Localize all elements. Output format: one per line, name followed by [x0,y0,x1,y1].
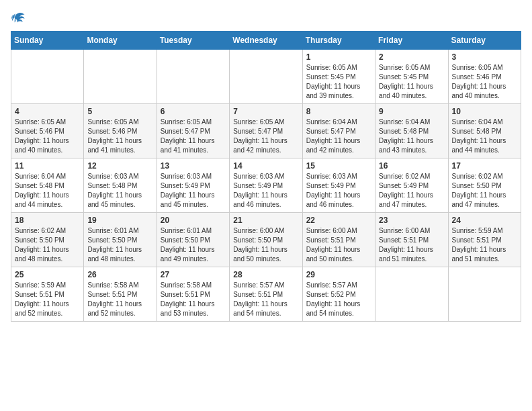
table-cell: 12 Sunrise: 6:03 AM Sunset: 5:48 PM Dayl… [84,158,157,213]
day-info: Sunrise: 5:59 AM Sunset: 5:51 PM Dayligh… [452,226,517,264]
day-number: 24 [452,216,517,225]
day-info: Sunrise: 6:03 AM Sunset: 5:48 PM Dayligh… [87,172,152,210]
week-row-5: 25 Sunrise: 5:59 AM Sunset: 5:51 PM Dayl… [11,267,521,322]
day-number: 27 [161,270,226,279]
day-number: 7 [233,107,298,116]
table-cell: 3 Sunrise: 6:05 AM Sunset: 5:46 PM Dayli… [448,50,521,104]
day-number: 10 [452,107,517,116]
day-number: 3 [452,52,517,62]
day-number: 11 [15,161,80,171]
table-cell: 23 Sunrise: 6:00 AM Sunset: 5:51 PM Dayl… [375,213,448,267]
table-cell: 29 Sunrise: 5:57 AM Sunset: 5:52 PM Dayl… [302,267,375,322]
day-info: Sunrise: 6:05 AM Sunset: 5:45 PM Dayligh… [379,63,444,101]
day-info: Sunrise: 6:01 AM Sunset: 5:50 PM Dayligh… [161,226,226,264]
logo-bird-icon [11,11,26,26]
table-cell: 13 Sunrise: 6:03 AM Sunset: 5:49 PM Dayl… [157,158,229,213]
day-info: Sunrise: 5:58 AM Sunset: 5:51 PM Dayligh… [87,281,152,318]
table-cell [375,267,448,322]
table-cell [448,267,521,322]
table-cell [11,50,84,104]
day-number: 16 [379,161,444,171]
table-cell: 10 Sunrise: 6:04 AM Sunset: 5:48 PM Dayl… [448,104,521,158]
week-row-2: 4 Sunrise: 6:05 AM Sunset: 5:46 PM Dayli… [11,104,521,158]
header [11,11,521,26]
day-number: 6 [161,107,226,116]
day-number: 22 [306,216,371,225]
table-cell: 20 Sunrise: 6:01 AM Sunset: 5:50 PM Dayl… [157,213,229,267]
day-info: Sunrise: 6:01 AM Sunset: 5:50 PM Dayligh… [87,226,152,264]
week-row-3: 11 Sunrise: 6:04 AM Sunset: 5:48 PM Dayl… [11,158,521,213]
weekday-header-tuesday: Tuesday [157,32,229,50]
day-number: 17 [452,161,517,171]
day-info: Sunrise: 6:02 AM Sunset: 5:50 PM Dayligh… [452,172,517,210]
weekday-header-saturday: Saturday [448,32,521,50]
day-info: Sunrise: 5:57 AM Sunset: 5:52 PM Dayligh… [306,281,371,318]
week-row-4: 18 Sunrise: 6:02 AM Sunset: 5:50 PM Dayl… [11,213,521,267]
table-cell: 27 Sunrise: 5:58 AM Sunset: 5:51 PM Dayl… [157,267,229,322]
table-cell: 22 Sunrise: 6:00 AM Sunset: 5:51 PM Dayl… [302,213,375,267]
day-number: 21 [233,216,298,225]
table-cell: 14 Sunrise: 6:03 AM Sunset: 5:49 PM Dayl… [230,158,302,213]
day-number: 1 [306,52,371,62]
table-cell: 1 Sunrise: 6:05 AM Sunset: 5:45 PM Dayli… [302,50,375,104]
table-cell: 19 Sunrise: 6:01 AM Sunset: 5:50 PM Dayl… [84,213,157,267]
weekday-header-friday: Friday [375,32,448,50]
table-cell: 25 Sunrise: 5:59 AM Sunset: 5:51 PM Dayl… [11,267,84,322]
day-info: Sunrise: 6:04 AM Sunset: 5:48 PM Dayligh… [15,172,80,210]
weekday-header-wednesday: Wednesday [230,32,302,50]
table-cell: 26 Sunrise: 5:58 AM Sunset: 5:51 PM Dayl… [84,267,157,322]
table-cell: 2 Sunrise: 6:05 AM Sunset: 5:45 PM Dayli… [375,50,448,104]
weekday-header-monday: Monday [84,32,157,50]
day-info: Sunrise: 6:00 AM Sunset: 5:50 PM Dayligh… [233,226,298,264]
day-info: Sunrise: 6:05 AM Sunset: 5:46 PM Dayligh… [87,118,152,155]
day-info: Sunrise: 6:02 AM Sunset: 5:49 PM Dayligh… [379,172,444,210]
day-number: 14 [233,161,298,171]
day-number: 2 [379,52,444,62]
day-number: 20 [161,216,226,225]
day-info: Sunrise: 6:00 AM Sunset: 5:51 PM Dayligh… [306,226,371,264]
table-cell: 15 Sunrise: 6:03 AM Sunset: 5:49 PM Dayl… [302,158,375,213]
day-info: Sunrise: 6:03 AM Sunset: 5:49 PM Dayligh… [306,172,371,210]
day-number: 29 [306,270,371,279]
day-info: Sunrise: 6:04 AM Sunset: 5:47 PM Dayligh… [306,118,371,155]
day-info: Sunrise: 6:05 AM Sunset: 5:47 PM Dayligh… [233,118,298,155]
weekday-header-row: SundayMondayTuesdayWednesdayThursdayFrid… [11,32,521,50]
table-cell [84,50,157,104]
table-cell: 18 Sunrise: 6:02 AM Sunset: 5:50 PM Dayl… [11,213,84,267]
day-info: Sunrise: 6:04 AM Sunset: 5:48 PM Dayligh… [379,118,444,155]
day-number: 26 [87,270,152,279]
table-cell: 9 Sunrise: 6:04 AM Sunset: 5:48 PM Dayli… [375,104,448,158]
day-number: 5 [87,107,152,116]
table-cell: 24 Sunrise: 5:59 AM Sunset: 5:51 PM Dayl… [448,213,521,267]
day-info: Sunrise: 6:05 AM Sunset: 5:47 PM Dayligh… [161,118,226,155]
table-cell: 6 Sunrise: 6:05 AM Sunset: 5:47 PM Dayli… [157,104,229,158]
day-number: 25 [15,270,80,279]
day-info: Sunrise: 6:04 AM Sunset: 5:48 PM Dayligh… [452,118,517,155]
table-cell: 4 Sunrise: 6:05 AM Sunset: 5:46 PM Dayli… [11,104,84,158]
weekday-header-sunday: Sunday [11,32,84,50]
table-cell: 16 Sunrise: 6:02 AM Sunset: 5:49 PM Dayl… [375,158,448,213]
day-number: 23 [379,216,444,225]
day-info: Sunrise: 6:05 AM Sunset: 5:46 PM Dayligh… [452,63,517,101]
day-info: Sunrise: 6:02 AM Sunset: 5:50 PM Dayligh… [15,226,80,264]
table-cell: 17 Sunrise: 6:02 AM Sunset: 5:50 PM Dayl… [448,158,521,213]
calendar-table: SundayMondayTuesdayWednesdayThursdayFrid… [11,31,521,322]
day-info: Sunrise: 6:05 AM Sunset: 5:45 PM Dayligh… [306,63,371,101]
day-info: Sunrise: 5:58 AM Sunset: 5:51 PM Dayligh… [161,281,226,318]
day-number: 12 [87,161,152,171]
week-row-1: 1 Sunrise: 6:05 AM Sunset: 5:45 PM Dayli… [11,50,521,104]
logo [11,11,28,26]
day-info: Sunrise: 5:59 AM Sunset: 5:51 PM Dayligh… [15,281,80,318]
table-cell: 5 Sunrise: 6:05 AM Sunset: 5:46 PM Dayli… [84,104,157,158]
day-number: 19 [87,216,152,225]
table-cell: 7 Sunrise: 6:05 AM Sunset: 5:47 PM Dayli… [230,104,302,158]
day-number: 13 [161,161,226,171]
day-number: 15 [306,161,371,171]
table-cell: 28 Sunrise: 5:57 AM Sunset: 5:51 PM Dayl… [230,267,302,322]
day-number: 9 [379,107,444,116]
day-info: Sunrise: 6:03 AM Sunset: 5:49 PM Dayligh… [233,172,298,210]
table-cell: 8 Sunrise: 6:04 AM Sunset: 5:47 PM Dayli… [302,104,375,158]
day-number: 28 [233,270,298,279]
day-number: 4 [15,107,80,116]
table-cell: 11 Sunrise: 6:04 AM Sunset: 5:48 PM Dayl… [11,158,84,213]
